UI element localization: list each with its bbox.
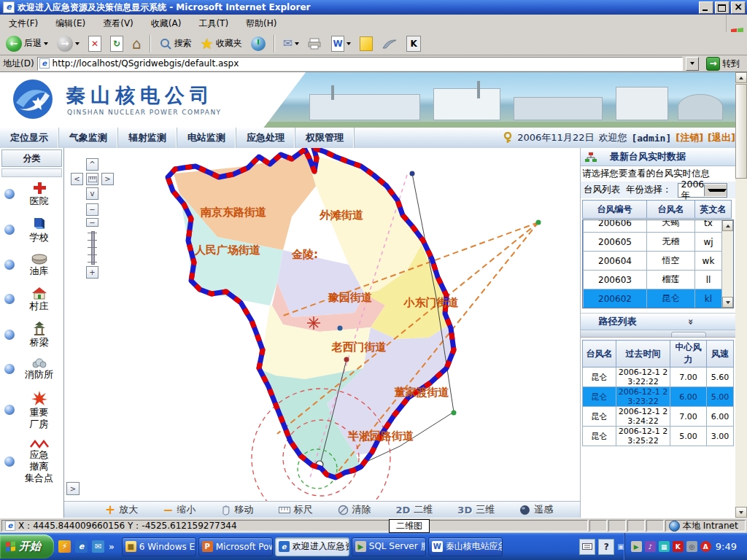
- pan-up-button[interactable]: ^: [86, 158, 98, 171]
- sidebar-item-assembly-point[interactable]: 应急 撤离 集合点: [4, 440, 63, 483]
- help-icon[interactable]: ?: [598, 539, 614, 555]
- remote-sensing-tool[interactable]: 遥感: [519, 503, 553, 516]
- k-tool-button[interactable]: K: [403, 35, 424, 52]
- sidebar-item-important-plant[interactable]: 重要 厂房: [4, 390, 63, 429]
- mail-dropdown-icon[interactable]: [295, 42, 299, 45]
- menu-tools[interactable]: 工具(T): [190, 15, 237, 32]
- tab-station-monitor[interactable]: 电站监测: [177, 128, 236, 148]
- year-select[interactable]: 2006年: [678, 183, 727, 198]
- home-button[interactable]: ⌂: [129, 34, 144, 53]
- search-button[interactable]: 搜索: [156, 36, 195, 51]
- refresh-button[interactable]: ↻: [107, 35, 126, 52]
- sidebar-item-bridge[interactable]: 桥梁: [4, 322, 63, 348]
- back-dropdown-icon[interactable]: [44, 42, 48, 45]
- view-3d-tool[interactable]: 3D 三维: [457, 503, 495, 516]
- launch-outlook-icon[interactable]: ✉: [92, 540, 104, 553]
- quick-launch-overflow-icon[interactable]: »: [109, 542, 115, 552]
- menu-edit[interactable]: 编辑(E): [47, 15, 94, 32]
- start-button[interactable]: 开始: [0, 534, 54, 559]
- task-ie-active[interactable]: e 欢迎进入应急资...: [275, 537, 349, 556]
- pan-down-button[interactable]: v: [86, 187, 98, 200]
- scroll-thumb[interactable]: [735, 84, 747, 179]
- col-wind-speed[interactable]: 风速: [707, 341, 734, 368]
- scroll-down-icon[interactable]: [735, 507, 747, 518]
- network-grid-tray-icon[interactable]: ▦: [659, 541, 670, 552]
- pan-right-button[interactable]: >: [101, 173, 114, 185]
- path-list-header[interactable]: 路径列表 »: [581, 313, 735, 330]
- media-tray-icon[interactable]: ♪: [645, 541, 656, 552]
- collapse-chevron-icon[interactable]: »: [686, 285, 697, 359]
- forward-dropdown-icon[interactable]: [75, 42, 80, 45]
- zoom-out-button[interactable]: −: [86, 203, 98, 216]
- pan-left-button[interactable]: <: [71, 173, 83, 185]
- forward-button[interactable]: →: [54, 35, 82, 52]
- sidebar-subbar[interactable]: [1, 168, 62, 177]
- zoom-in-button[interactable]: +: [86, 266, 98, 279]
- sidebar-item-school[interactable]: 学校: [4, 217, 63, 243]
- task-windows-explorer[interactable]: ■ 6 Windows Expl...: [122, 537, 196, 556]
- kaspersky-tray-icon[interactable]: K: [673, 541, 684, 552]
- table-row[interactable]: 200605无稽wj: [584, 233, 722, 252]
- col-name[interactable]: 台风名: [583, 341, 616, 368]
- history-button[interactable]: [248, 36, 268, 52]
- keyboard-icon[interactable]: [579, 539, 595, 555]
- zoom-out-tool[interactable]: − 缩小: [163, 503, 196, 516]
- stop-button[interactable]: ✕: [85, 35, 104, 52]
- zoom-in-tool[interactable]: + 放大: [105, 503, 138, 516]
- sql-server-tray-icon[interactable]: ▶: [631, 541, 642, 552]
- page-scrollbar[interactable]: [735, 72, 747, 518]
- col-typhoon-name[interactable]: 台风名: [647, 201, 695, 219]
- col-past-time[interactable]: 过去时间: [616, 341, 670, 368]
- table-row[interactable]: 200604悟空wk: [584, 252, 722, 271]
- print-button[interactable]: [305, 36, 325, 51]
- pan-center-button[interactable]: [86, 173, 98, 185]
- task-powerpoint[interactable]: P Microsoft PowerP...: [198, 537, 273, 556]
- table-row[interactable]: 200603榴莲ll: [584, 271, 722, 289]
- address-dropdown[interactable]: [686, 57, 699, 71]
- ati-tray-icon[interactable]: A: [700, 541, 711, 552]
- table-row-selected[interactable]: 200602昆仑kl: [584, 289, 722, 308]
- ruler-tool[interactable]: 标尺: [279, 503, 313, 516]
- map-canvas[interactable]: 南京东路街道 外滩街道 人民广场街道 金陵: 豫园街道 小东门街道 老西门街道 …: [64, 148, 580, 501]
- menu-help[interactable]: 帮助(H): [237, 15, 285, 32]
- menu-file[interactable]: 文件(F): [0, 15, 47, 32]
- col-typhoon-en[interactable]: 英文名: [695, 201, 732, 219]
- tab-location-display[interactable]: 定位显示: [0, 128, 59, 148]
- task-word-doc[interactable]: W 秦山核电站应急...: [428, 537, 503, 556]
- table-row[interactable]: 昆仑2006-12-1 23:24:227.006.00: [583, 407, 734, 427]
- sidebar-item-hospital[interactable]: 医院: [4, 182, 63, 206]
- tab-radiation-monitor[interactable]: 辐射监测: [118, 128, 177, 148]
- panel-splitter[interactable]: [581, 330, 735, 338]
- taskbar-clock[interactable]: 9:49: [714, 541, 741, 552]
- table-row[interactable]: 昆仑2006-12-1 23:22:227.005.60: [583, 368, 734, 387]
- zoom-slider-track[interactable]: [91, 231, 95, 265]
- expand-panel-button[interactable]: >: [66, 482, 80, 495]
- clear-tool[interactable]: 清除: [338, 503, 371, 516]
- scroll-up-icon[interactable]: [722, 220, 733, 231]
- close-button[interactable]: [731, 1, 746, 14]
- year-dropdown-icon[interactable]: [704, 184, 726, 196]
- table-row-selected[interactable]: 昆仑2006-12-1 23:23:226.005.00: [583, 387, 734, 407]
- pan-tool[interactable]: 移动: [221, 503, 254, 516]
- mail-button[interactable]: ✉: [280, 36, 302, 51]
- tab-weather-monitor[interactable]: 气象监测: [59, 128, 118, 148]
- typhoon-table-scrollbar[interactable]: [722, 220, 733, 308]
- scroll-up-icon[interactable]: [735, 72, 747, 83]
- gis-map[interactable]: 南京东路街道 外滩街道 人民广场街道 金陵: 豫园街道 小东门街道 老西门街道 …: [64, 148, 580, 518]
- notes-button[interactable]: [357, 36, 376, 52]
- table-row[interactable]: 200606天蝎tx: [584, 220, 722, 233]
- task-sql-server[interactable]: ▶ SQL Server 服务...: [352, 537, 426, 556]
- edit-word-button[interactable]: W: [328, 35, 354, 52]
- zoom-slider-handle[interactable]: −: [86, 218, 98, 227]
- sidebar-item-village[interactable]: 村庄: [4, 287, 63, 311]
- sidebar-item-oil-depot[interactable]: 油库: [4, 253, 63, 276]
- minimize-button[interactable]: [699, 1, 713, 14]
- launch-ie-icon[interactable]: e: [75, 540, 88, 553]
- menu-view[interactable]: 查看(V): [94, 15, 142, 32]
- maximize-button[interactable]: [715, 1, 729, 14]
- sidebar-item-fire-station[interactable]: 消防所: [4, 358, 63, 380]
- col-typhoon-id[interactable]: 台风编号: [583, 201, 647, 219]
- title-bar[interactable]: e 欢迎进入应急资源及决策信息显示系统 - Microsoft Internet…: [0, 0, 747, 15]
- exit-link[interactable]: [退出]: [708, 131, 735, 144]
- back-button[interactable]: ← 后退: [3, 35, 51, 52]
